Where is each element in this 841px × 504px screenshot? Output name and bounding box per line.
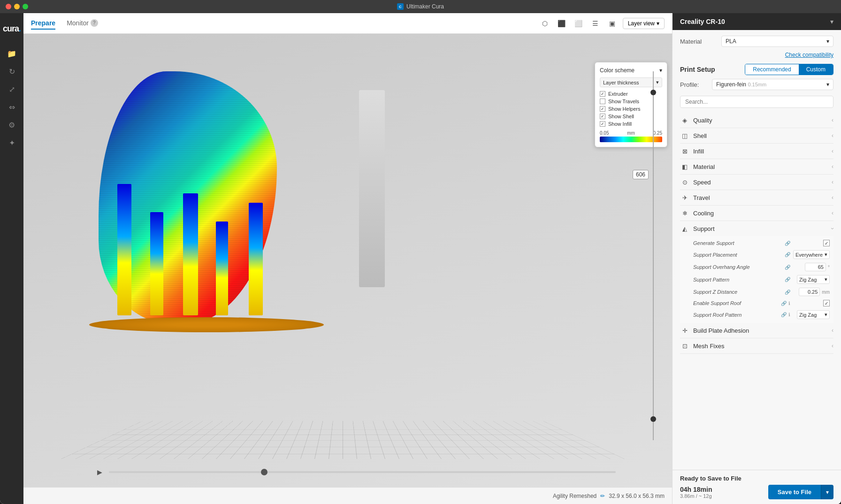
layer-view-icon[interactable]: ☰ (589, 17, 602, 30)
generate-support-checkbox[interactable]: ✓ (823, 240, 830, 246)
vert-thumb-bottom[interactable] (650, 416, 656, 422)
scale-tool-icon[interactable]: ⤢ (3, 81, 20, 98)
profile-row: Profile: Figuren-fein 0.15mm ▾ (680, 79, 833, 90)
support-pattern-link-icon[interactable]: 🔗 (785, 277, 790, 282)
support-pillar-2 (150, 212, 163, 315)
window-controls[interactable] (6, 4, 28, 9)
save-button-group[interactable]: Save to File ▾ (768, 485, 833, 499)
ready-to-save-text: Ready to Save to File (680, 475, 833, 482)
mesh-fixes-category[interactable]: ⊡ Mesh Fixes ‹ (680, 338, 833, 354)
support-label: Support (693, 225, 832, 232)
support-placement-label: Support Placement (693, 252, 783, 258)
travel-category[interactable]: ✈ Travel ‹ (680, 190, 833, 206)
support-placement-link-icon[interactable]: 🔗 (785, 252, 790, 257)
extruder-checkbox[interactable]: ✓ (600, 91, 605, 97)
support-pillar-4 (216, 221, 228, 315)
print-mode-toggle[interactable]: Recommended Custom (745, 64, 833, 75)
layer-slider-track[interactable] (109, 471, 616, 473)
mesh-fixes-icon: ⊡ (680, 341, 689, 351)
material-settings-category[interactable]: ◧ Material ‹ (680, 159, 833, 175)
support-overhang-angle-label: Support Overhang Angle (693, 264, 783, 270)
roof-pattern-control: Zig Zag ▾ (792, 310, 830, 319)
rotate-tool-icon[interactable]: ↻ (3, 63, 20, 80)
xray-view-icon[interactable]: ⬜ (572, 17, 585, 30)
show-shell-checkbox[interactable]: ✓ (600, 114, 605, 119)
model-block-element (359, 90, 385, 287)
recommended-toggle-btn[interactable]: Recommended (745, 64, 798, 75)
show-helpers-checkbox[interactable]: ✓ (600, 106, 605, 112)
support-overhang-link-icon[interactable]: 🔗 (785, 265, 790, 270)
show-infill-checkbox[interactable]: ✓ (600, 121, 605, 127)
layer-slider-thumb[interactable] (261, 469, 268, 475)
save-dropdown-arrow-button[interactable]: ▾ (821, 485, 833, 499)
print-setup-title: Print Setup (680, 66, 715, 73)
settings-search-input[interactable] (680, 96, 833, 108)
vert-thumb-top[interactable] (650, 90, 656, 95)
model-container[interactable] (70, 62, 390, 353)
vertical-layer-slider[interactable] (649, 71, 658, 440)
per-model-settings-icon[interactable]: ⚙ (3, 116, 20, 133)
model-base (89, 317, 324, 332)
support-blocker-icon[interactable]: ✦ (3, 134, 20, 151)
cura-app-icon: C (397, 3, 404, 10)
show-travels-checkbox[interactable] (600, 99, 605, 104)
roof-pattern-link-icon[interactable]: 🔗 (781, 312, 787, 317)
save-to-file-button[interactable]: Save to File (768, 485, 821, 499)
right-panel: Creality CR-10 ▾ Material PLA ▾ Check co… (672, 13, 841, 504)
monitor-tab[interactable]: Monitor ? (67, 17, 98, 30)
support-subsettings: Generate Support 🔗 ✓ Support Placement 🔗… (680, 236, 833, 323)
model-dimensions: 32.9 x 56.0 x 56.3 mm (609, 493, 665, 499)
support-z-distance-row: Support Z Distance 🔗 mm (680, 286, 833, 298)
quality-category[interactable]: ◈ Quality ‹ (680, 113, 833, 128)
view-mode-dropdown[interactable]: Layer view ▾ (623, 18, 665, 29)
layer-slider-area[interactable]: ▶ (94, 466, 616, 478)
play-button[interactable]: ▶ (94, 466, 105, 478)
close-button[interactable] (6, 4, 11, 9)
solid-view-icon[interactable]: ⬛ (555, 17, 568, 30)
check-compatibility-link[interactable]: Check compatibility (680, 52, 833, 58)
enable-roof-info-icon[interactable]: ℹ (788, 301, 790, 306)
shell-category[interactable]: ◫ Shell ‹ (680, 128, 833, 144)
prepare-tab[interactable]: Prepare (31, 17, 55, 30)
mirror-tool-icon[interactable]: ⇔ (3, 99, 20, 115)
infill-category[interactable]: ⊠ Infill ‹ (680, 144, 833, 159)
generate-support-label: Generate Support (693, 240, 783, 246)
preview-icon[interactable]: ▣ (606, 17, 619, 30)
support-pillar-3 (183, 193, 198, 315)
right-panel-header: Creality CR-10 ▾ (673, 13, 841, 30)
settings-list: ◈ Quality ‹ ◫ Shell ‹ ⊠ Infill ‹ (680, 113, 833, 354)
speed-category[interactable]: ⊙ Speed ‹ (680, 175, 833, 190)
material-settings-label: Material (693, 163, 832, 170)
enable-roof-checkbox[interactable]: ✓ (823, 300, 830, 306)
support-pattern-dropdown[interactable]: Zig Zag ▾ (797, 275, 830, 284)
build-plate-arrow-icon: ‹ (832, 327, 833, 334)
minimize-button[interactable] (14, 4, 20, 9)
support-category[interactable]: ◭ Support › (680, 221, 833, 236)
edit-model-name-icon[interactable]: ✏ (600, 493, 605, 499)
roof-pattern-info-icon[interactable]: ℹ (788, 312, 790, 317)
quality-label: Quality (693, 117, 832, 124)
build-plate-category[interactable]: ✛ Build Plate Adhesion ‹ (680, 323, 833, 338)
viewport[interactable]: Color scheme ▾ Layer thickness ▾ ✓ Extru… (23, 34, 672, 487)
maximize-button[interactable] (23, 4, 28, 9)
support-placement-dropdown[interactable]: Everywhere ▾ (793, 250, 830, 259)
vert-track[interactable] (653, 71, 654, 440)
build-plate-label: Build Plate Adhesion (693, 327, 832, 334)
roof-pattern-dropdown[interactable]: Zig Zag ▾ (797, 310, 830, 319)
enable-roof-link-icon[interactable]: 🔗 (781, 301, 787, 306)
cooling-category[interactable]: ❄ Cooling ‹ (680, 206, 833, 221)
3d-view-icon[interactable]: ⬡ (538, 17, 551, 30)
print-time: 04h 18min (680, 486, 712, 493)
cooling-label: Cooling (693, 210, 832, 217)
support-overhang-input[interactable] (805, 263, 826, 271)
support-z-dist-link-icon[interactable]: 🔗 (785, 290, 790, 295)
open-file-icon[interactable]: 📁 (3, 45, 20, 62)
cooling-icon: ❄ (680, 208, 689, 218)
cura-logo: cura. (3, 24, 21, 34)
generate-support-link-icon[interactable]: 🔗 (785, 241, 790, 246)
custom-toggle-btn[interactable]: Custom (799, 64, 833, 75)
printer-chevron-icon[interactable]: ▾ (830, 18, 833, 25)
profile-dropdown[interactable]: Figuren-fein 0.15mm ▾ (712, 79, 833, 90)
support-z-dist-input[interactable] (799, 288, 820, 296)
material-dropdown[interactable]: PLA ▾ (721, 36, 833, 47)
